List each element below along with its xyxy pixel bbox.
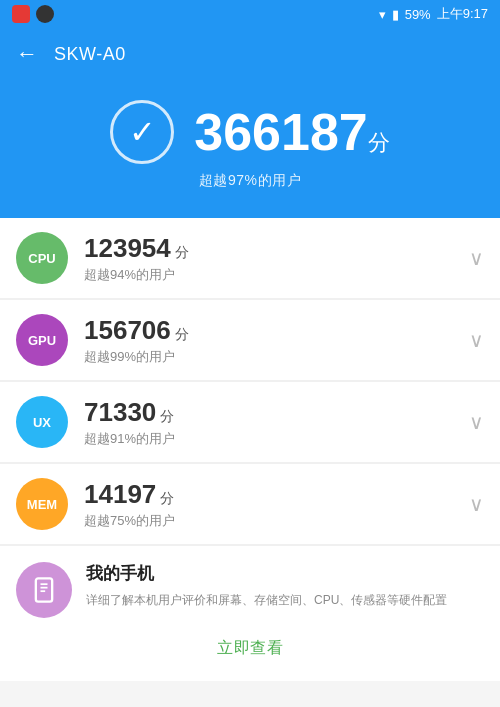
cpu-badge: CPU xyxy=(16,232,68,284)
gpu-score: 156706 xyxy=(84,315,171,346)
score-row: ✓ 366187分 xyxy=(110,100,390,164)
gpu-chevron-icon: ∨ xyxy=(469,328,484,352)
ux-card[interactable]: UX 71330 分 超越91%的用户 ∨ xyxy=(0,382,500,462)
page-title: SKW-A0 xyxy=(54,44,126,65)
cpu-unit: 分 xyxy=(175,244,189,262)
battery-percent: 59% xyxy=(405,7,431,22)
mem-card[interactable]: MEM 14197 分 超越75%的用户 ∨ xyxy=(0,464,500,544)
my-phone-text: 我的手机 详细了解本机用户评价和屏幕、存储空间、CPU、传感器等硬件配置 xyxy=(86,562,484,609)
svg-rect-0 xyxy=(36,578,52,601)
my-phone-title: 我的手机 xyxy=(86,562,484,585)
app-icon-red xyxy=(12,5,30,23)
cpu-score: 123954 xyxy=(84,233,171,264)
ux-chevron-icon: ∨ xyxy=(469,410,484,434)
check-circle: ✓ xyxy=(110,100,174,164)
phone-icon xyxy=(16,562,72,618)
status-bar-left xyxy=(12,5,373,23)
cpu-chevron-icon: ∨ xyxy=(469,246,484,270)
ux-badge: UX xyxy=(16,396,68,448)
gpu-content: 156706 分 超越99%的用户 xyxy=(84,315,453,366)
score-unit: 分 xyxy=(368,130,390,155)
ux-score: 71330 xyxy=(84,397,156,428)
mem-badge: MEM xyxy=(16,478,68,530)
my-phone-desc: 详细了解本机用户评价和屏幕、存储空间、CPU、传感器等硬件配置 xyxy=(86,591,484,609)
time: 上午9:17 xyxy=(437,5,488,23)
mem-content: 14197 分 超越75%的用户 xyxy=(84,479,453,530)
cards-area: CPU 123954 分 超越94%的用户 ∨ GPU 156706 分 超越9… xyxy=(0,218,500,681)
cpu-content: 123954 分 超越94%的用户 xyxy=(84,233,453,284)
app-icon-dark xyxy=(36,5,54,23)
battery-icon: ▮ xyxy=(392,7,399,22)
my-phone-inner: 我的手机 详细了解本机用户评价和屏幕、存储空间、CPU、传感器等硬件配置 xyxy=(16,562,484,618)
gpu-card[interactable]: GPU 156706 分 超越99%的用户 ∨ xyxy=(0,300,500,380)
score-subtitle: 超越97%的用户 xyxy=(199,172,301,190)
gpu-unit: 分 xyxy=(175,326,189,344)
back-button[interactable]: ← xyxy=(16,41,38,67)
phone-svg xyxy=(30,576,58,604)
cpu-subtitle: 超越94%的用户 xyxy=(84,266,453,284)
cpu-card[interactable]: CPU 123954 分 超越94%的用户 ∨ xyxy=(0,218,500,298)
mem-score-row: 14197 分 xyxy=(84,479,453,510)
ux-subtitle: 超越91%的用户 xyxy=(84,430,453,448)
mem-subtitle: 超越75%的用户 xyxy=(84,512,453,530)
mem-unit: 分 xyxy=(160,490,174,508)
mem-score: 14197 xyxy=(84,479,156,510)
ux-content: 71330 分 超越91%的用户 xyxy=(84,397,453,448)
status-right: ▾ ▮ 59% 上午9:17 xyxy=(379,5,488,23)
cpu-score-row: 123954 分 xyxy=(84,233,453,264)
total-score-number: 366187 xyxy=(194,103,368,161)
status-bar: ▾ ▮ 59% 上午9:17 xyxy=(0,0,500,28)
title-bar: ← SKW-A0 xyxy=(0,28,500,80)
my-phone-section: 我的手机 详细了解本机用户评价和屏幕、存储空间、CPU、传感器等硬件配置 立即查… xyxy=(0,546,500,681)
view-now-button[interactable]: 立即查看 xyxy=(16,632,484,665)
ux-score-row: 71330 分 xyxy=(84,397,453,428)
mem-chevron-icon: ∨ xyxy=(469,492,484,516)
gpu-badge: GPU xyxy=(16,314,68,366)
gpu-subtitle: 超越99%的用户 xyxy=(84,348,453,366)
gpu-score-row: 156706 分 xyxy=(84,315,453,346)
score-section: ✓ 366187分 超越97%的用户 xyxy=(0,80,500,218)
total-score-block: 366187分 xyxy=(194,106,390,158)
ux-unit: 分 xyxy=(160,408,174,426)
wifi-icon: ▾ xyxy=(379,7,386,22)
